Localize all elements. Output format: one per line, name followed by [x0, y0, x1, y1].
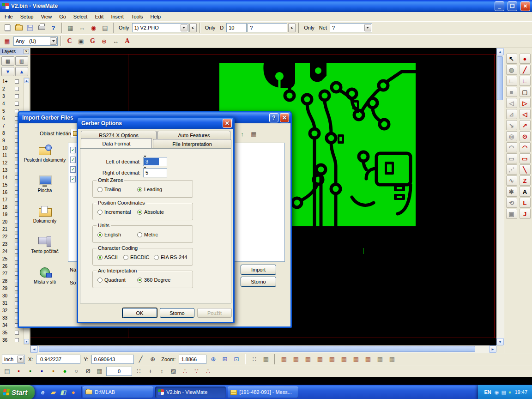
- new-file-button[interactable]: [2, 23, 12, 33]
- draw-triangle-icon[interactable]: ▷: [520, 98, 531, 108]
- mirror-select-icon[interactable]: ⊿: [506, 109, 517, 119]
- via-color-icon[interactable]: ▪: [48, 366, 59, 376]
- gerber-file-icon[interactable]: [70, 166, 76, 173]
- dialog-help-button[interactable]: ?: [269, 113, 278, 122]
- open-file-button[interactable]: [13, 23, 24, 33]
- dialog-close-button[interactable]: ✕: [223, 119, 232, 128]
- rotate-icon[interactable]: ⟲: [506, 198, 517, 208]
- scroll-right-icon[interactable]: ►: [489, 345, 496, 353]
- draw-square-icon[interactable]: ▢: [520, 87, 531, 97]
- draw-arrow-icon[interactable]: ↗: [520, 120, 531, 130]
- arc-select-icon[interactable]: ◠: [506, 142, 517, 152]
- context-help-button[interactable]: ?: [48, 23, 59, 33]
- layer-film-icon[interactable]: ▦: [363, 354, 373, 364]
- horizontal-scrollbar[interactable]: ◄ ►: [30, 345, 496, 353]
- dcode-table-icon[interactable]: ▦: [94, 366, 105, 376]
- scroll-left-icon[interactable]: ◄: [30, 345, 38, 353]
- input-language-icon[interactable]: ◉: [495, 389, 499, 395]
- place-documents[interactable]: Dokumenty: [24, 205, 66, 235]
- place-desktop[interactable]: Plocha: [24, 174, 66, 205]
- draw-line-icon[interactable]: ╱: [520, 65, 531, 75]
- network-tray-icon[interactable]: ●: [508, 389, 512, 395]
- layer-film-icon[interactable]: ▦: [387, 354, 397, 364]
- rect-select-icon[interactable]: ▭: [506, 153, 517, 163]
- gerber-file-icon[interactable]: [70, 147, 76, 153]
- radio-360-degree[interactable]: 360 Degree: [137, 277, 171, 283]
- scroll-down-icon[interactable]: ▼: [496, 338, 504, 345]
- gerber-file-icon[interactable]: [70, 176, 76, 182]
- report-icon[interactable]: ▤: [100, 23, 110, 33]
- layer-film-icon[interactable]: ▦: [339, 354, 349, 364]
- radio-trailing[interactable]: Trailing: [97, 187, 121, 192]
- draw-pad-icon[interactable]: ●: [520, 54, 531, 64]
- segment-select-icon[interactable]: ⋰: [506, 164, 517, 175]
- scroll-up-icon[interactable]: ▲: [24, 78, 29, 83]
- x-coordinate-field[interactable]: -0.942237: [36, 355, 80, 364]
- layer-filter-combo[interactable]: 1) V2.PHO: [132, 23, 188, 32]
- layer-up-icon[interactable]: ▲: [15, 67, 28, 76]
- radio-icon[interactable]: [97, 278, 103, 283]
- menu-item[interactable]: Insert: [107, 12, 127, 21]
- dcode-count-field[interactable]: 0: [106, 367, 132, 376]
- menu-item[interactable]: Help: [147, 12, 165, 21]
- aperture-icon[interactable]: ◉: [88, 23, 99, 33]
- target-button[interactable]: ⊕: [99, 36, 109, 46]
- taskbar-task-viewmate[interactable]: V2.bin - ViewMate: [155, 387, 226, 398]
- scroll-down-icon[interactable]: ▼: [24, 339, 29, 344]
- desktop-quick-icon[interactable]: ◧: [59, 388, 67, 396]
- layer-visibility-checkbox[interactable]: [15, 338, 19, 342]
- cancel-button[interactable]: Storno: [160, 308, 194, 318]
- layer-grid-icon[interactable]: ▦: [1, 56, 14, 66]
- radio-absolute[interactable]: Absolute: [137, 209, 164, 215]
- red-pattern-icon[interactable]: ∵: [191, 366, 202, 376]
- layer-visibility-checkbox[interactable]: [15, 331, 19, 335]
- filter-g-button[interactable]: G: [87, 36, 98, 46]
- highlight-dot-icon[interactable]: ●: [60, 366, 70, 376]
- hscroll-track[interactable]: [38, 345, 489, 353]
- draw-circle-icon[interactable]: ⊙: [520, 131, 531, 141]
- radio-selected-icon[interactable]: [137, 187, 142, 192]
- layer-film-icon[interactable]: ▦: [278, 354, 289, 364]
- gerber-file-icon[interactable]: [70, 157, 76, 163]
- place-computer[interactable]: Tento počítač: [24, 235, 66, 266]
- pointer-icon[interactable]: ↖: [506, 54, 517, 64]
- draw-segment-icon[interactable]: ╲: [520, 164, 531, 175]
- net-color-icon[interactable]: ▪: [13, 366, 24, 376]
- any-filter-combo[interactable]: Any (U): [13, 36, 58, 46]
- taskbar-task-message[interactable]: [191-482-091] - Mess...: [228, 387, 298, 398]
- layer-stack-icon[interactable]: ▤: [2, 366, 12, 376]
- draw-arc-icon[interactable]: ◠: [520, 142, 531, 152]
- zoom-window-icon[interactable]: ⊞: [219, 354, 230, 364]
- radio-ascii[interactable]: ASCII: [97, 254, 118, 260]
- zoom-in-icon[interactable]: ⊕: [208, 354, 218, 364]
- red-pattern-icon[interactable]: ∴: [180, 366, 190, 376]
- grid-lines-icon[interactable]: ▦: [260, 354, 271, 364]
- options-dialog-titlebar[interactable]: Gerber Options ✕: [78, 118, 233, 129]
- draw-zigzag-icon[interactable]: Z: [520, 175, 531, 186]
- grid-dots-icon[interactable]: ∷: [249, 354, 260, 364]
- radio-eia-rs244[interactable]: EIA RS-244: [154, 254, 187, 260]
- start-button[interactable]: Start: [0, 385, 35, 399]
- settings-gear-icon[interactable]: ✱: [506, 187, 517, 197]
- radio-icon[interactable]: [97, 187, 103, 192]
- layer-visibility-checkbox[interactable]: [15, 102, 19, 106]
- dot-grid-icon[interactable]: ∷: [133, 366, 144, 376]
- radio-metric[interactable]: Metric: [137, 232, 158, 237]
- ie-icon[interactable]: e: [39, 388, 47, 396]
- pad-color-icon[interactable]: ▪: [25, 366, 36, 376]
- ok-button[interactable]: OK: [122, 308, 157, 318]
- measure-icon[interactable]: ↔: [77, 23, 87, 33]
- stamp-icon[interactable]: ▣: [506, 209, 517, 219]
- dropdown-arrow-icon[interactable]: [17, 356, 24, 363]
- scroll-up-icon[interactable]: ▲: [496, 48, 504, 55]
- draw-polyline-icon[interactable]: ∟: [520, 76, 531, 86]
- layers-close-icon[interactable]: ×: [24, 49, 29, 54]
- circle-select-icon[interactable]: ◎: [506, 131, 517, 141]
- tab-file-interpretation[interactable]: File Interpretation: [153, 139, 231, 148]
- cancel-button[interactable]: Storno: [241, 277, 276, 287]
- menu-item[interactable]: File: [1, 12, 17, 21]
- radio-quadrant[interactable]: Quadrant: [97, 277, 126, 283]
- layer-down-icon[interactable]: ▼: [1, 67, 14, 76]
- menu-item[interactable]: Select: [70, 12, 91, 21]
- dialog-close-button[interactable]: ✕: [280, 113, 289, 122]
